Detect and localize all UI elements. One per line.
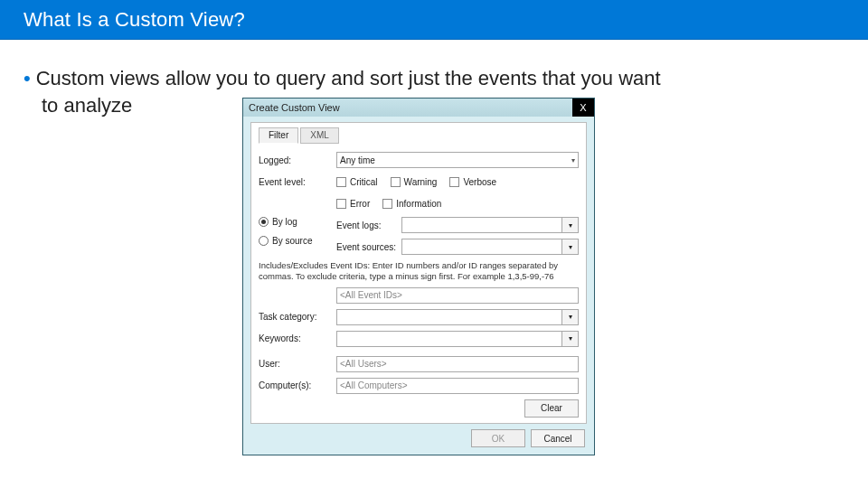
user-input[interactable]: <All Users> <box>336 356 579 372</box>
ok-button[interactable]: OK <box>471 429 525 447</box>
tab-xml[interactable]: XML <box>300 127 339 144</box>
slide-title-bar: What Is a Custom View? <box>0 0 868 40</box>
keywords-input[interactable] <box>336 331 562 347</box>
bullet-line1: Custom views allow you to query and sort… <box>36 67 661 89</box>
label-event-logs: Event logs: <box>336 221 401 230</box>
cancel-button[interactable]: Cancel <box>531 429 585 447</box>
slide-title: What Is a Custom View? <box>24 8 245 32</box>
label-user: User: <box>259 359 336 369</box>
dialog-title: Create Custom View <box>249 102 340 113</box>
computers-input[interactable]: <All Computers> <box>336 378 579 394</box>
create-custom-view-dialog: Create Custom View X Filter XML Logged: … <box>242 98 595 455</box>
event-sources-input[interactable] <box>401 239 562 255</box>
dialog-content: Filter XML Logged: Any time ▾ Event leve… <box>250 122 587 424</box>
task-category-dropdown-button[interactable]: ▾ <box>562 309 579 325</box>
clear-button[interactable]: Clear <box>524 399 579 418</box>
chevron-down-icon: ▾ <box>569 313 572 321</box>
checkbox-information[interactable]: Information <box>382 199 441 209</box>
label-event-level: Event level: <box>259 177 336 187</box>
event-logs-dropdown-button[interactable]: ▾ <box>562 217 579 233</box>
radio-by-source[interactable]: By source <box>259 236 327 246</box>
task-category-input[interactable] <box>336 309 562 325</box>
chevron-down-icon: ▾ <box>569 221 572 230</box>
event-sources-dropdown-button[interactable]: ▾ <box>562 239 579 255</box>
event-id-hint: Includes/Excludes Event IDs: Enter ID nu… <box>259 260 579 282</box>
keywords-dropdown-button[interactable]: ▾ <box>562 331 579 347</box>
tab-filter[interactable]: Filter <box>259 127 298 144</box>
dialog-titlebar: Create Custom View X <box>243 99 594 117</box>
event-logs-input[interactable] <box>401 217 562 233</box>
label-logged: Logged: <box>259 155 336 165</box>
close-icon: X <box>580 102 586 113</box>
chevron-down-icon: ▾ <box>569 243 572 251</box>
label-computers: Computer(s): <box>259 380 336 390</box>
chevron-down-icon: ▾ <box>571 156 575 164</box>
checkbox-verbose[interactable]: Verbose <box>449 177 496 187</box>
logged-value: Any time <box>340 155 375 165</box>
close-button[interactable]: X <box>572 99 594 117</box>
label-keywords: Keywords: <box>259 333 336 343</box>
bullet-dot: • <box>24 67 31 89</box>
event-ids-input[interactable]: <All Event IDs> <box>336 287 579 304</box>
radio-by-log[interactable]: By log <box>259 217 327 227</box>
checkbox-critical[interactable]: Critical <box>336 177 378 187</box>
label-task-category: Task category: <box>259 312 336 322</box>
label-event-sources: Event sources: <box>336 242 401 252</box>
chevron-down-icon: ▾ <box>569 334 572 343</box>
checkbox-warning[interactable]: Warning <box>391 177 438 187</box>
checkbox-error[interactable]: Error <box>336 199 370 209</box>
logged-select[interactable]: Any time ▾ <box>336 152 579 168</box>
